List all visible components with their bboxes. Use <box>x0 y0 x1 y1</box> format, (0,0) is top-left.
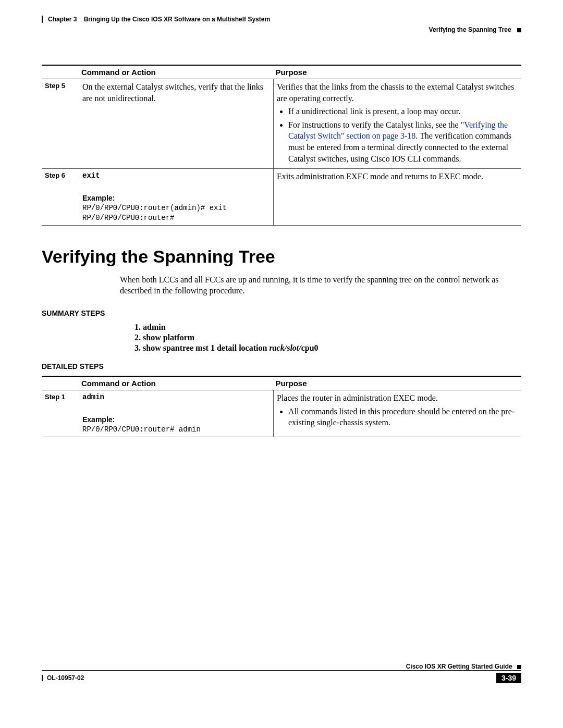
purpose-bullet: If a unidirectional link is present, a l… <box>288 106 518 117</box>
table-row: Step 6 exit Example: RP/0/RP0/CPU0:route… <box>42 169 521 226</box>
summary-step: show platform <box>143 333 521 342</box>
chapter-title: Bringing Up the Cisco IOS XR Software on… <box>84 16 270 23</box>
section-intro: When both LCCs and all FCCs are up and r… <box>120 274 521 297</box>
step-number: Step 6 <box>42 169 79 226</box>
step-italic: rack/slot/ <box>269 343 301 352</box>
purpose-text: Places the router in administration EXEC… <box>277 392 518 404</box>
step-number: Step 5 <box>42 79 79 169</box>
bullet-text: For instructions to verify the Catalyst … <box>288 120 461 129</box>
command-text: admin <box>82 392 270 402</box>
step-number: Step 1 <box>42 390 79 437</box>
purpose-text: Verifies that the links from the chassis… <box>277 81 518 104</box>
doc-id: OL-10957-02 <box>47 674 84 682</box>
col-command: Command or Action <box>79 376 274 390</box>
summary-step: show spantree mst 1 detail location rack… <box>143 343 521 353</box>
section-heading: Verifying the Spanning Tree <box>42 246 521 267</box>
steps-table-2: Command or Action Purpose Step 1 admin E… <box>42 376 521 437</box>
example-code: RP/0/RP0/CPU0:router# admin <box>82 425 270 435</box>
example-code: RP/0/RP0/CPU0:router# <box>82 213 270 223</box>
table-row: Step 1 admin Example: RP/0/RP0/CPU0:rout… <box>42 390 521 437</box>
command-text: On the external Catalyst switches, verif… <box>82 82 263 103</box>
example-label: Example: <box>82 415 270 425</box>
footer-marker-icon <box>517 665 521 669</box>
chapter-number: Chapter 3 <box>48 16 77 23</box>
col-purpose: Purpose <box>274 376 522 390</box>
example-code: RP/0/RP0/CPU0:router(admin)# exit <box>82 203 270 213</box>
header-bar-icon <box>42 16 43 23</box>
purpose-text: Exits administration EXEC mode and retur… <box>277 172 483 181</box>
chapter-header: Chapter 3 Bringing Up the Cisco IOS XR S… <box>42 16 521 23</box>
purpose-bullet: All commands listed in this procedure sh… <box>288 406 518 428</box>
command-cell: exit Example: RP/0/RP0/CPU0:router(admin… <box>79 169 274 226</box>
section-label: Verifying the Spanning Tree <box>429 26 511 33</box>
command-cell: On the external Catalyst switches, verif… <box>79 79 274 169</box>
command-text: exit <box>82 171 270 181</box>
summary-steps-heading: SUMMARY STEPS <box>42 309 521 317</box>
guide-title: Cisco IOS XR Getting Started Guide <box>406 663 512 670</box>
col-command: Command or Action <box>79 65 274 79</box>
purpose-cell: Verifies that the links from the chassis… <box>274 79 522 169</box>
page-footer: Cisco IOS XR Getting Started Guide OL-10… <box>42 663 521 683</box>
step-text: cpu0 <box>301 343 319 352</box>
summary-steps-list: admin show platform show spantree mst 1 … <box>130 323 521 353</box>
purpose-bullet: For instructions to verify the Catalyst … <box>288 119 518 164</box>
example-label: Example: <box>82 193 270 203</box>
table-row: Step 5 On the external Catalyst switches… <box>42 79 521 169</box>
page-number: 3-39 <box>496 673 521 683</box>
purpose-cell: Exits administration EXEC mode and retur… <box>274 169 522 226</box>
steps-table-1: Command or Action Purpose Step 5 On the … <box>42 65 521 226</box>
summary-step: admin <box>143 323 521 332</box>
col-purpose: Purpose <box>274 65 522 79</box>
command-cell: admin Example: RP/0/RP0/CPU0:router# adm… <box>79 390 274 437</box>
purpose-cell: Places the router in administration EXEC… <box>274 390 522 437</box>
section-marker-icon <box>517 28 521 32</box>
step-text: show spantree mst 1 detail location <box>143 343 269 352</box>
detailed-steps-heading: DETAILED STEPS <box>42 362 521 371</box>
footer-bar-icon <box>42 675 43 681</box>
